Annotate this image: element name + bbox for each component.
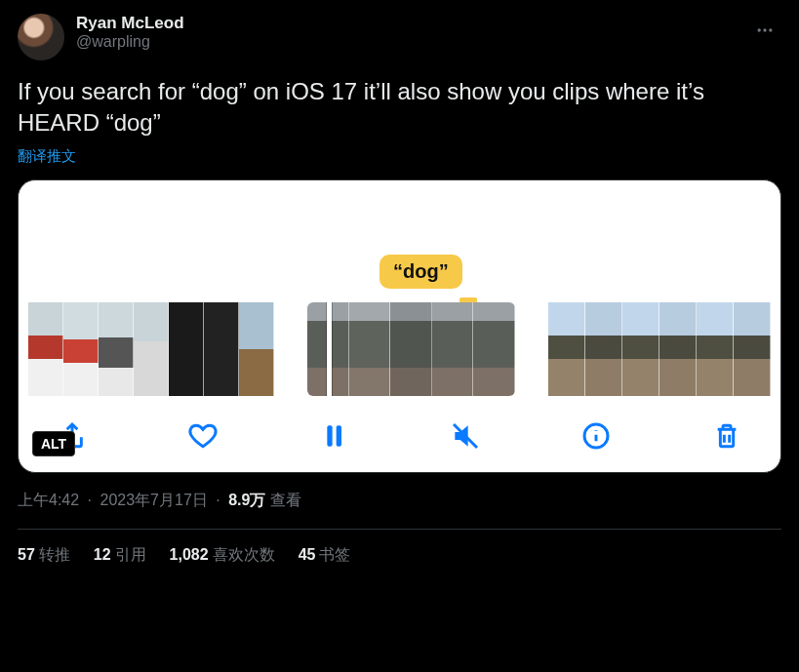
more-icon [755,20,775,40]
mute-button[interactable] [447,417,484,455]
search-tag-label: “dog” [380,255,462,289]
meta-separator: · [88,492,92,508]
pause-button[interactable] [315,417,352,455]
translate-link[interactable]: 翻译推文 [18,147,76,166]
divider [18,529,781,530]
more-button[interactable] [748,14,781,47]
timeline-frame [622,302,659,396]
clip-group-1[interactable] [28,302,274,396]
trash-icon [711,420,742,452]
pause-icon [318,420,349,452]
views-count[interactable]: 8.9万 [228,492,265,508]
tweet-header: Ryan McLeod @warpling [18,14,781,60]
timeline-frame [63,302,99,396]
bookmarks-stat[interactable]: 45书签 [299,545,351,566]
svg-rect-4 [337,425,341,446]
meta-separator: · [216,492,220,508]
avatar[interactable] [18,14,64,60]
timeline-frame [99,302,134,396]
info-icon [580,420,612,452]
stats-row: 57转推 12引用 1,082喜欢次数 45书签 [18,545,781,566]
alt-badge[interactable]: ALT [32,431,75,456]
playhead[interactable] [327,302,332,396]
media-toolbar [28,417,771,455]
timeline-frame [169,302,204,396]
timeline-frame [734,302,771,396]
timeline-frame [473,302,515,396]
svg-point-1 [763,28,766,31]
views-label: 查看 [270,492,301,508]
mute-icon [450,420,481,452]
retweets-stat[interactable]: 57转推 [18,545,70,566]
svg-point-0 [758,28,761,31]
timeline-frame [349,302,391,396]
heart-icon [187,420,219,452]
svg-point-2 [769,28,772,31]
display-name[interactable]: Ryan McLeod [76,14,184,33]
video-timeline[interactable] [28,302,771,396]
timeline-frame [390,302,432,396]
timeline-frame [239,302,274,396]
timeline-frame [204,302,239,396]
timeline-frame [659,302,697,396]
user-block: Ryan McLeod @warpling [76,14,184,51]
timeline-frame [134,302,169,396]
delete-button[interactable] [708,417,745,455]
tweet-meta: 上午4:42 · 2023年7月17日 · 8.9万 查看 [18,491,781,511]
like-button[interactable] [184,417,221,455]
likes-stat[interactable]: 1,082喜欢次数 [170,545,275,566]
quotes-stat[interactable]: 12引用 [94,545,146,566]
clip-group-3[interactable] [548,302,771,396]
timeline-frame [432,302,474,396]
svg-rect-3 [328,425,333,446]
tweet-date[interactable]: 2023年7月17日 [100,492,208,508]
media-card[interactable]: “dog” [18,179,781,473]
user-handle[interactable]: @warpling [76,33,184,51]
info-button[interactable] [578,417,615,455]
tweet-container: Ryan McLeod @warpling If you search for … [18,14,781,566]
tweet-text: If you search for “dog” on iOS 17 it’ll … [18,76,781,139]
timeline-frame [548,302,585,396]
timeline-frame [585,302,622,396]
timeline-frame [28,302,63,396]
clip-group-2[interactable] [307,302,515,396]
tweet-time[interactable]: 上午4:42 [18,492,79,508]
timeline-frame [697,302,734,396]
